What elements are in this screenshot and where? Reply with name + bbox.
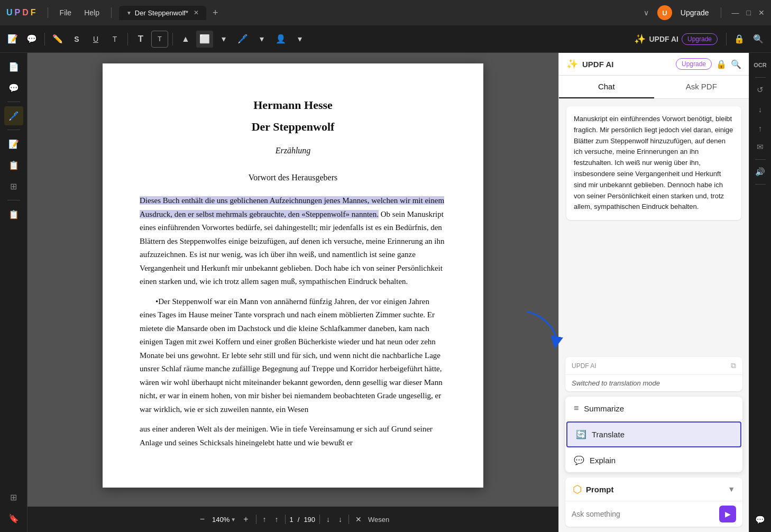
toolbar-highlight[interactable]: ✏️: [49, 31, 66, 48]
new-tab-btn[interactable]: +: [213, 7, 218, 19]
ai-upgrade-btn-toolbar[interactable]: Upgrade: [682, 33, 718, 45]
sidebar-highlight-tool[interactable]: 🖊️: [4, 106, 23, 125]
rs-sep2: [755, 159, 766, 160]
ai-response-section: UPDF AI ⧉ Switched to translation mode: [565, 357, 742, 391]
pdf-normal-text1: Ob sein Manuskript eines einführenden Vo…: [140, 210, 444, 286]
user-avatar[interactable]: U: [657, 5, 672, 20]
ai-title-toolbar: UPDF AI: [649, 35, 678, 43]
sidebar-copy[interactable]: 📋: [4, 205, 23, 224]
zoom-in-btn[interactable]: +: [240, 512, 251, 526]
ai-prompt-header[interactable]: ⬡ Prompt ▼: [565, 478, 742, 501]
tab-ask-pdf[interactable]: Ask PDF: [654, 76, 749, 98]
ai-response-label: UPDF AI: [572, 362, 596, 370]
tab-chat[interactable]: Chat: [559, 76, 654, 98]
toolbar-strikethrough[interactable]: S: [68, 31, 85, 48]
toolbar-sep2: [127, 33, 128, 45]
ai-dropdown-menu: ≡ Summarize 🔄 Translate 💬 Explain: [565, 397, 742, 472]
rs-ocr[interactable]: OCR: [752, 57, 768, 73]
toolbar-user[interactable]: 👤: [272, 31, 289, 48]
rs-chat-bottom[interactable]: 💬: [752, 512, 768, 528]
tab-dropdown-arrow: ▼: [126, 10, 132, 16]
sidebar-layers[interactable]: ⊞: [4, 488, 23, 507]
pdf-area: Hermann Hesse Der Steppenwolf Erzählung …: [27, 53, 558, 532]
ai-response-header: UPDF AI ⧉: [565, 357, 742, 375]
rs-download[interactable]: ↓: [752, 101, 768, 117]
sep1: [48, 7, 48, 18]
menu-item-explain[interactable]: 💬 Explain: [565, 448, 742, 472]
toolbar-text-t1[interactable]: T: [106, 31, 123, 48]
active-tab[interactable]: ▼ Der Steppenwolf* ✕: [119, 6, 206, 20]
pdf-subtitle-erzaehlung: Erzählung: [140, 143, 446, 158]
sidebar-bookmark[interactable]: 🔖: [4, 509, 23, 528]
pdf-paragraph2: •Der Steppenwolf war ein Mann von annähe…: [140, 295, 446, 417]
pdf-page: Hermann Hesse Der Steppenwolf Erzählung …: [103, 63, 483, 488]
nav-last-btn[interactable]: ↓: [336, 514, 344, 525]
prompt-input[interactable]: [572, 510, 715, 518]
page-current: 1: [290, 516, 293, 524]
title-bar: UPDF File Help ▼ Der Steppenwolf* ✕ + ∨ …: [0, 0, 771, 25]
toolbar-shape-fill[interactable]: ▲: [177, 31, 194, 48]
toolbar-search[interactable]: 🔍: [750, 31, 767, 48]
toolbar-user-dropdown[interactable]: ▾: [291, 31, 308, 48]
sidebar-edit-text[interactable]: 📝: [4, 134, 23, 153]
toolbar-text-t2[interactable]: T: [132, 31, 149, 48]
ai-response-text: Switched to translation mode: [565, 375, 742, 391]
tab-close-btn[interactable]: ✕: [194, 9, 199, 16]
win-minimize[interactable]: —: [732, 8, 739, 17]
win-close[interactable]: ✕: [758, 8, 765, 17]
toolbar-shape-dropdown[interactable]: ▾: [215, 31, 232, 48]
file-menu[interactable]: File: [56, 6, 76, 19]
ai-lock-icon[interactable]: 🔒: [716, 59, 727, 69]
right-sidebar: OCR ↺ ↓ ↑ ✉ 🔊 💬: [749, 53, 771, 532]
ai-header: ✨ UPDF AI Upgrade 🔒 🔍: [559, 53, 749, 76]
toolbar-shape-color[interactable]: ⬜: [196, 31, 213, 48]
nav-close-btn[interactable]: ✕: [353, 514, 364, 525]
menu-item-summarize-label: Summarize: [584, 404, 624, 413]
rs-audio[interactable]: 🔊: [752, 164, 768, 180]
toolbar-annotate[interactable]: 📝: [4, 31, 21, 48]
prompt-send-btn[interactable]: ▶: [719, 506, 736, 522]
win-maximize[interactable]: □: [747, 8, 751, 17]
toolbar-underline[interactable]: U: [87, 31, 104, 48]
toolbar-pen[interactable]: 🖊️: [234, 31, 251, 48]
rs-rotate[interactable]: ↺: [752, 82, 768, 98]
toolbar-pen-dropdown[interactable]: ▾: [253, 31, 270, 48]
sidebar-pages[interactable]: 📋: [4, 155, 23, 175]
upgrade-label[interactable]: Upgrade: [681, 8, 709, 17]
menu-item-translate[interactable]: 🔄 Translate: [566, 421, 741, 447]
sidebar-comment-view[interactable]: 💬: [4, 78, 23, 97]
sidebar-organize[interactable]: ⊞: [4, 177, 23, 196]
ai-chat-content[interactable]: Manuskript ein einführendes Vorwort benö…: [559, 99, 749, 357]
ai-logo: ✨: [566, 58, 578, 70]
toolbar-lock[interactable]: 🔒: [731, 31, 748, 48]
nav-next-btn[interactable]: ↓: [324, 514, 332, 525]
window-dropdown[interactable]: ∨: [644, 8, 649, 17]
chat-message-bubble: Manuskript ein einführendes Vorwort benö…: [566, 106, 741, 220]
bottom-sep4: [348, 515, 349, 524]
sidebar-sep1: [7, 102, 20, 102]
nav-first-btn[interactable]: ↑: [261, 514, 269, 525]
zoom-out-btn[interactable]: −: [197, 512, 208, 526]
ai-panel-title: UPDF AI: [582, 60, 672, 69]
translate-icon: 🔄: [576, 429, 586, 439]
nav-prev-top-btn[interactable]: ↑: [273, 514, 281, 525]
zoom-percent: 140%: [212, 516, 230, 524]
pdf-book-title: Der Steppenwolf: [140, 117, 446, 136]
toolbar-comment[interactable]: 💬: [23, 31, 40, 48]
zoom-dropdown-arrow[interactable]: ▼: [231, 517, 236, 522]
prompt-input-row: ▶: [565, 501, 742, 527]
bottom-sep1: [256, 515, 256, 524]
sep2: [111, 7, 112, 18]
sidebar-page-view[interactable]: 📄: [4, 57, 23, 76]
rs-email[interactable]: ✉: [752, 139, 768, 155]
toolbar-text-box[interactable]: T: [151, 31, 168, 48]
explain-icon: 💬: [574, 455, 584, 465]
ai-upgrade-button[interactable]: Upgrade: [676, 58, 712, 70]
ai-tabs: Chat Ask PDF: [559, 76, 749, 99]
copy-icon[interactable]: ⧉: [731, 361, 736, 370]
ai-search-icon[interactable]: 🔍: [731, 59, 741, 69]
rs-upload[interactable]: ↑: [752, 120, 768, 136]
pdf-paragraph3: aus einer anderen Welt als der meinigen.…: [140, 423, 446, 450]
help-menu[interactable]: Help: [80, 6, 104, 19]
menu-item-summarize[interactable]: ≡ Summarize: [565, 397, 742, 420]
